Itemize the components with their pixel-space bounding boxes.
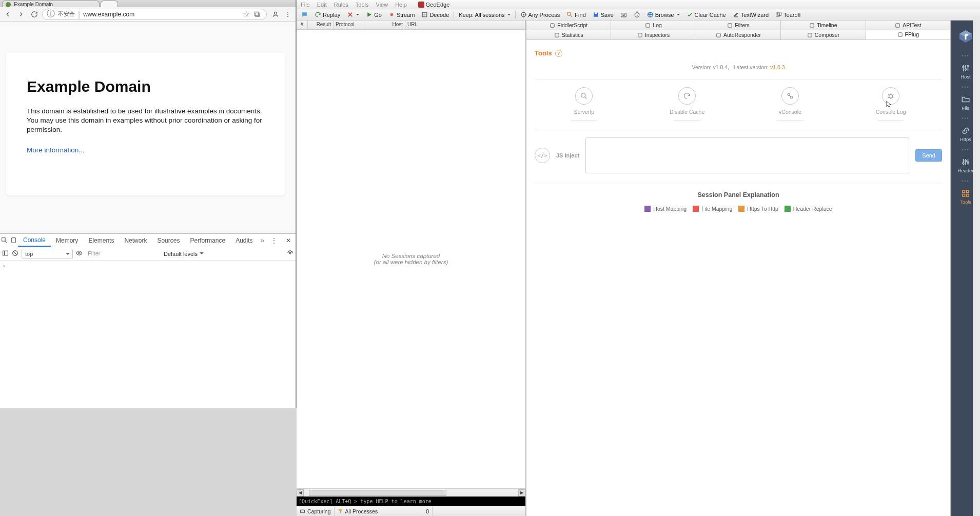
rail-host[interactable]: Host [961, 62, 971, 82]
live-expression-icon[interactable] [76, 250, 83, 258]
tool-console-log[interactable]: Console Log [876, 87, 906, 121]
star-icon[interactable]: ☆ [243, 9, 251, 19]
svg-point-41 [963, 66, 964, 68]
col-num[interactable]: # [297, 21, 308, 29]
more-tabs-icon[interactable]: » [258, 237, 267, 244]
menu-help[interactable]: Help [395, 2, 407, 8]
console-prompt[interactable] [3, 263, 292, 269]
tab-filters[interactable]: Filters [696, 21, 781, 30]
svg-rect-31 [717, 33, 720, 36]
tab-timeline[interactable]: Timeline [781, 21, 866, 30]
url-input[interactable] [83, 11, 240, 18]
browser-tab[interactable]: Example Domain [2, 1, 100, 7]
menu-icon[interactable] [282, 9, 293, 20]
rail-file[interactable]: File [961, 93, 970, 113]
devtools-tab-console[interactable]: Console [18, 234, 51, 247]
screenshot-button[interactable] [617, 10, 630, 20]
col-host[interactable]: Host [364, 21, 405, 29]
scroll-thumb[interactable] [309, 490, 446, 496]
menu-view[interactable]: View [376, 2, 388, 8]
remove-button[interactable] [344, 10, 362, 20]
col-protocol[interactable]: Protocol [334, 21, 364, 29]
scroll-right-icon[interactable]: ▶ [518, 489, 525, 497]
tool-vconsole[interactable]: vConsole [777, 87, 803, 121]
rail-https[interactable]: Https [960, 124, 971, 144]
console-sidebar-icon[interactable] [2, 250, 9, 258]
tool-disable-cache[interactable]: Disable Cache [670, 87, 704, 121]
menu-rules[interactable]: Rules [334, 2, 348, 8]
back-button[interactable] [2, 9, 13, 20]
tab-composer[interactable]: Composer [781, 30, 866, 39]
scroll-left-icon[interactable]: ◀ [297, 489, 304, 497]
js-inject-input[interactable] [585, 137, 909, 173]
new-tab-button[interactable] [101, 1, 118, 7]
omnibox[interactable]: ⓘ 不安全 | ☆ ⧉ [42, 9, 267, 20]
svg-point-3 [287, 16, 288, 17]
rail-separator: ••• [962, 85, 969, 90]
comment-button[interactable] [298, 10, 311, 20]
capturing-status[interactable]: Capturing [297, 506, 335, 516]
tool-serverip[interactable]: ServerIp [571, 87, 597, 121]
devtools-tab-performance[interactable]: Performance [185, 234, 230, 247]
context-select[interactable]: top [22, 249, 73, 259]
tab-log[interactable]: Log [611, 21, 696, 30]
menu-edit[interactable]: Edit [317, 2, 327, 8]
svg-rect-32 [808, 33, 812, 36]
reader-icon[interactable]: ⧉ [254, 10, 262, 19]
devtools-tab-audits[interactable]: Audits [230, 234, 258, 247]
legend-item: Https To Http [738, 206, 778, 212]
log-levels-select[interactable]: Default levels [164, 249, 204, 259]
devtools: ConsoleMemoryElementsNetworkSourcesPerfo… [0, 233, 296, 408]
decode-button[interactable]: Decode [418, 10, 452, 20]
rail-tools[interactable]: Tools [960, 187, 971, 207]
clear-cache-button[interactable]: Clear Cache [683, 10, 729, 20]
any-process-button[interactable]: Any Process [517, 10, 563, 20]
forward-button[interactable] [15, 9, 27, 20]
console-filter-input[interactable] [86, 249, 161, 259]
col-url[interactable]: URL [405, 21, 525, 29]
devtools-tab-memory[interactable]: Memory [51, 234, 83, 247]
stream-button[interactable]: Stream [385, 10, 418, 20]
sessions-scrollbar[interactable]: ◀ ▶ [297, 488, 525, 497]
tab-apitest[interactable]: APITest [866, 21, 950, 30]
send-button[interactable]: Send [915, 149, 942, 162]
reload-button[interactable] [29, 9, 40, 20]
tearoff-button[interactable]: Tearoff [772, 10, 803, 20]
keep-sessions-select[interactable]: Keep: All sessions [456, 10, 513, 20]
profile-icon[interactable] [270, 9, 281, 20]
clear-console-icon[interactable] [12, 250, 18, 258]
quickexec-input[interactable]: [QuickExec] ALT+Q > type HELP to learn m… [297, 497, 525, 506]
browse-button[interactable]: Browse [644, 10, 683, 20]
more-info-link[interactable]: More information... [27, 146, 85, 154]
tab-autoresponder[interactable]: AutoResponder [696, 30, 781, 39]
menu-file[interactable]: File [301, 2, 310, 8]
console-settings-icon[interactable] [287, 250, 293, 258]
legend-label: Host Mapping [653, 206, 687, 212]
inspect-element-icon[interactable] [0, 237, 9, 244]
rail-header[interactable]: Header [957, 155, 973, 175]
devtools-close-icon[interactable]: ✕ [281, 237, 296, 244]
device-toolbar-icon[interactable] [9, 237, 18, 244]
col-result[interactable]: Result [308, 21, 334, 29]
menu-tools[interactable]: Tools [356, 2, 369, 8]
replay-button[interactable]: Replay [311, 10, 343, 20]
find-button[interactable]: Find [563, 10, 589, 20]
help-icon[interactable]: ? [555, 50, 562, 57]
tab-fplug[interactable]: FPlug [866, 30, 950, 39]
devtools-tab-elements[interactable]: Elements [83, 234, 119, 247]
go-button[interactable]: Go [363, 10, 385, 20]
devtools-menu-icon[interactable]: ⋮ [267, 237, 281, 244]
timer-button[interactable] [631, 10, 643, 20]
textwizard-button[interactable]: TextWizard [730, 10, 772, 20]
save-button[interactable]: Save [590, 10, 617, 20]
process-filter-status[interactable]: All Processes [335, 506, 382, 516]
tab-statistics[interactable]: Statistics [526, 30, 611, 39]
vertical-scrollbar[interactable] [973, 16, 980, 516]
tab-fiddlerscript[interactable]: FiddlerScript [526, 21, 611, 30]
devtools-tab-sources[interactable]: Sources [152, 234, 185, 247]
devtools-tab-network[interactable]: Network [119, 234, 152, 247]
tool-label: ServerIp [574, 109, 594, 115]
tab-inspectors[interactable]: Inspectors [611, 30, 696, 39]
console-output[interactable] [0, 261, 296, 408]
geoedge-badge[interactable]: GeoEdge [418, 2, 449, 8]
